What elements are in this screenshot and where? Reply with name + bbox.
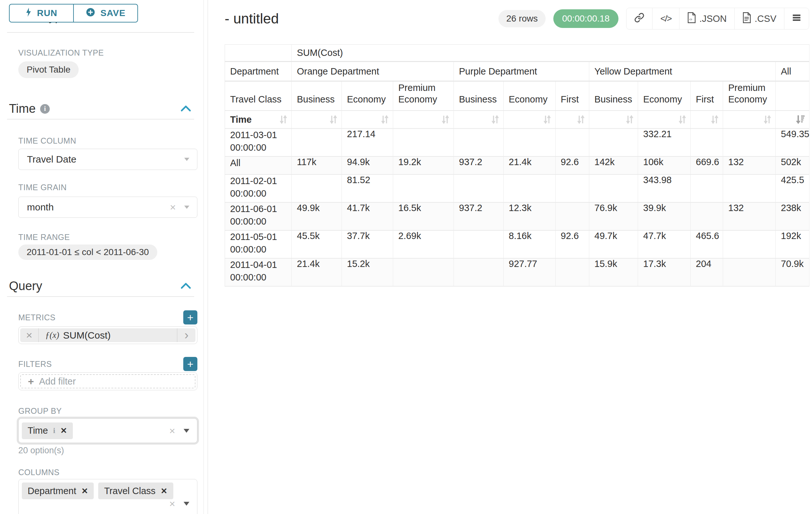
pivot-row-label: 2011-02-01 00:00:00 (225, 175, 292, 203)
more-options-button[interactable] (784, 8, 809, 29)
share-link-button[interactable] (627, 8, 652, 29)
remove-tag-icon[interactable]: ✕ (161, 486, 168, 496)
pivot-cell: 669.6 (691, 157, 723, 175)
pivot-cell: 41.7k (342, 203, 393, 231)
pivot-cell: 76.9k (589, 203, 638, 231)
row-count-badge: 26 rows (498, 10, 545, 27)
pivot-cell (454, 231, 503, 259)
menu-icon (792, 13, 801, 24)
pivot-cell (691, 175, 723, 203)
metric-header-cell: SUM(Cost) (292, 45, 809, 62)
add-filter-dropzone[interactable]: + Add filter (20, 374, 196, 388)
pivot-table: SUM(Cost)DepartmentOrange DepartmentPurp… (225, 44, 809, 287)
pivot-cell: 332.21 (638, 129, 691, 157)
group-by-option-count: 20 option(s) (18, 445, 197, 456)
clear-icon[interactable]: × (169, 498, 175, 509)
sort-desc-header[interactable] (776, 111, 809, 129)
code-icon: </> (660, 13, 671, 24)
row-dimension-sort-header[interactable]: Time (225, 111, 292, 129)
pivot-cell: 204 (691, 259, 723, 287)
columns-tag: Department ✕ (22, 483, 94, 499)
pivot-cell: 47.7k (638, 231, 691, 259)
add-filter-button[interactable]: + (183, 357, 197, 371)
pivot-cell: 937.2 (454, 157, 503, 175)
columns-label: COLUMNS (18, 468, 197, 477)
query-timer-badge: 00:00:00.18 (553, 9, 619, 28)
remove-metric-icon[interactable]: × (20, 328, 39, 342)
remove-tag-icon[interactable]: ✕ (82, 486, 88, 496)
pivot-cell: 465.6 (691, 231, 723, 259)
pivot-cell (454, 259, 503, 287)
pivot-row: 2011-06-01 00:00:0049.9k41.7k16.5k937.21… (225, 203, 809, 231)
add-metric-button[interactable]: + (183, 310, 197, 324)
pivot-row: 2011-04-01 00:00:0021.4k15.2k927.7715.9k… (225, 259, 809, 287)
section-divider (7, 119, 194, 119)
pivot-cell: 15.9k (589, 259, 638, 287)
time-grain-select[interactable]: month × (18, 197, 197, 218)
columns-select[interactable]: Department ✕ Travel Class ✕ × (18, 479, 197, 514)
sidebar-scrollbar[interactable] (203, 0, 208, 514)
chart-panel: - untitled 26 rows 00:00:00.18 </> (208, 0, 812, 514)
pivot-row-label: 2011-05-01 00:00:00 (225, 231, 292, 259)
pivot-cell (589, 129, 638, 157)
run-save-toolbar: RUN SAVE (0, 0, 203, 23)
pivot-cell (691, 203, 723, 231)
pivot-cell: 937.2 (454, 203, 503, 231)
pivot-cell: 12.3k (503, 203, 556, 231)
sort-header[interactable] (556, 111, 589, 129)
embed-code-button[interactable]: </> (652, 8, 679, 29)
travel-class-header (776, 82, 809, 111)
columns-tag: Travel Class ✕ (98, 483, 173, 499)
svg-text:‹›: ‹› (689, 17, 692, 21)
export-json-button[interactable]: ‹› .JSON (679, 8, 734, 29)
sort-header[interactable] (589, 111, 638, 129)
pivot-cell (454, 175, 503, 203)
run-button[interactable]: RUN (9, 4, 74, 23)
sort-header[interactable] (691, 111, 723, 129)
sort-header[interactable] (723, 111, 776, 129)
department-dimension-label: Department (225, 62, 292, 82)
group-by-select[interactable]: Time i ✕ × (18, 418, 197, 443)
travel-class-header: First (556, 82, 589, 111)
remove-tag-icon[interactable]: ✕ (60, 426, 67, 435)
clear-icon[interactable]: × (170, 202, 176, 212)
metric-option[interactable]: × ƒ(x) SUM(Cost) › (20, 328, 196, 342)
chevron-up-icon[interactable] (180, 104, 192, 114)
pivot-cell: 549.35 (776, 129, 809, 157)
link-icon (634, 12, 644, 25)
metrics-label: METRICS (18, 313, 56, 322)
viz-type-pill[interactable]: Pivot Table (18, 61, 79, 78)
department-group-header: Purple Department (454, 62, 589, 82)
fx-icon: ƒ(x) (45, 330, 59, 340)
pivot-cell (556, 129, 589, 157)
travel-class-header: First (691, 82, 723, 111)
sort-header[interactable] (393, 111, 454, 129)
chevron-up-icon[interactable] (180, 281, 192, 291)
export-csv-button[interactable]: .CSV (734, 8, 784, 29)
save-button[interactable]: SAVE (74, 4, 138, 23)
clear-icon[interactable]: × (169, 426, 175, 436)
sort-header[interactable] (503, 111, 556, 129)
filters-label: FILTERS (18, 359, 52, 369)
pivot-cell (292, 129, 342, 157)
department-group-header: Yellow Department (589, 62, 776, 82)
sort-header[interactable] (342, 111, 393, 129)
pivot-cell (723, 259, 776, 287)
chart-title[interactable]: - untitled (225, 10, 279, 27)
sort-header[interactable] (292, 111, 342, 129)
sort-header[interactable] (454, 111, 503, 129)
chevron-right-icon[interactable]: › (177, 328, 196, 342)
pivot-cell (454, 129, 503, 157)
sort-header[interactable] (638, 111, 691, 129)
pivot-cell: 92.6 (556, 157, 589, 175)
time-range-pill[interactable]: 2011-01-01 ≤ col < 2011-06-30 (18, 244, 157, 260)
pivot-cell: 21.4k (292, 259, 342, 287)
pivot-cell (723, 231, 776, 259)
pivot-cell (723, 129, 776, 157)
pivot-cell (503, 175, 556, 203)
pivot-cell (393, 129, 454, 157)
info-icon: i (40, 104, 50, 114)
time-column-select[interactable]: Travel Date (18, 149, 197, 170)
travel-class-dimension-label: Travel Class (225, 82, 292, 111)
time-grain-label: TIME GRAIN (18, 183, 197, 192)
